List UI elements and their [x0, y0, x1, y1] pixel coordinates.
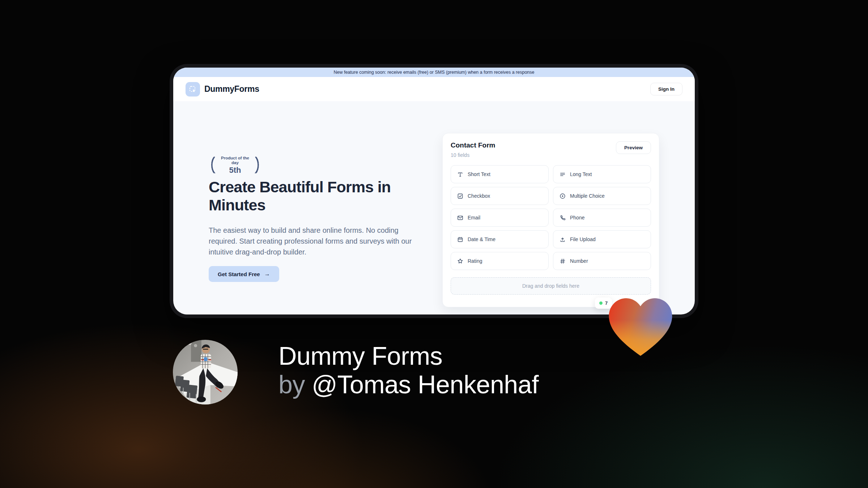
caption-author: @Tomas Henkenhaf — [312, 371, 539, 399]
hash-icon — [559, 258, 566, 265]
long-text-icon — [559, 171, 566, 178]
gradient-heart-icon — [605, 291, 676, 359]
caption-by: by — [278, 371, 305, 399]
calendar-icon — [457, 236, 464, 243]
laurel-left-icon — [208, 155, 216, 176]
field-type-file-upload[interactable]: File Upload — [553, 230, 651, 248]
get-started-label: Get Started Free — [218, 271, 260, 277]
sign-in-button[interactable]: Sign In — [650, 83, 682, 95]
announcement-text: New feature coming soon: receive emails … — [333, 70, 534, 75]
hero-title: Create Beautiful Forms in Minutes — [209, 178, 426, 214]
field-type-rating[interactable]: Rating — [451, 252, 549, 270]
checkbox-icon — [457, 193, 464, 200]
dummyforms-logo-icon — [186, 82, 200, 97]
field-type-date-time[interactable]: Date & Time — [451, 230, 549, 248]
brand-name: DummyForms — [204, 84, 259, 94]
green-status-dot-icon — [599, 301, 603, 305]
field-type-email[interactable]: Email — [451, 209, 549, 227]
get-started-button[interactable]: Get Started Free → — [209, 266, 279, 282]
laurel-right-icon — [254, 155, 263, 176]
field-type-checkbox[interactable]: Checkbox — [451, 187, 549, 205]
preview-button[interactable]: Preview — [616, 141, 651, 154]
announcement-banner: New feature coming soon: receive emails … — [173, 68, 695, 77]
hero-section: Product of the day 5th Cr — [173, 101, 695, 314]
phone-icon — [559, 214, 566, 221]
product-of-the-day-badge: Product of the day 5th — [208, 154, 263, 176]
app-window: New feature coming soon: receive emails … — [173, 68, 695, 314]
field-type-number[interactable]: Number — [553, 252, 651, 270]
award-label: Product of the day — [218, 156, 252, 165]
field-type-phone[interactable]: Phone — [553, 209, 651, 227]
dropzone-text: Drag and drop fields here — [522, 283, 579, 289]
short-text-icon — [457, 171, 464, 178]
author-avatar — [173, 340, 238, 404]
field-type-long-text[interactable]: Checkbox Long Text — [553, 165, 651, 183]
caption: Dummy Forms by @Tomas Henkenhaf — [278, 342, 539, 399]
form-field-count: 10 fields — [451, 152, 495, 158]
form-title: Contact Form — [451, 141, 495, 149]
field-type-multiple-choice[interactable]: Multiple Choice — [553, 187, 651, 205]
envelope-icon — [457, 214, 464, 221]
caption-product-name: Dummy Forms — [278, 342, 539, 371]
arrow-right-icon: → — [264, 271, 270, 277]
promo-card-page: New feature coming soon: receive emails … — [0, 0, 868, 488]
app-header: DummyForms Sign In — [173, 77, 695, 101]
hero-description: The easiest way to build and share onlin… — [209, 225, 416, 257]
upload-icon — [559, 236, 566, 243]
field-type-grid: Short Text Checkbox Long Text — [451, 165, 651, 270]
form-builder-panel: Contact Form 10 fields Preview Short Tex… — [442, 133, 659, 307]
award-rank: 5th — [218, 166, 252, 175]
brand: DummyForms — [186, 82, 259, 97]
field-type-short-text[interactable]: Short Text — [451, 165, 549, 183]
circle-dot-icon — [559, 193, 566, 200]
star-icon — [457, 258, 464, 265]
